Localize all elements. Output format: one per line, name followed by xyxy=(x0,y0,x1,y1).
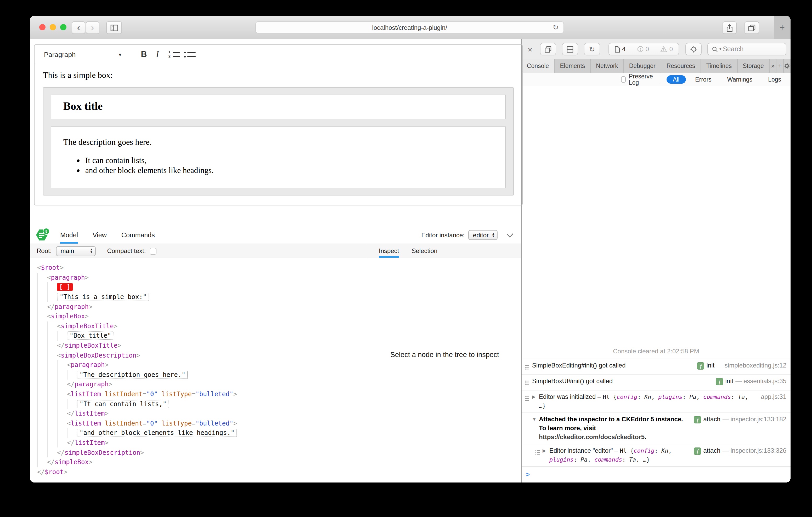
element-picker-button[interactable] xyxy=(686,43,702,55)
source-location-link[interactable]: — simpleboxediting.js:12 xyxy=(717,362,786,369)
dock-side-button[interactable] xyxy=(562,43,578,55)
bold-button[interactable]: B xyxy=(137,50,151,59)
reload-icon[interactable]: ↻ xyxy=(553,23,559,31)
disclosure-triangle-icon[interactable]: ▼ xyxy=(532,415,539,422)
simple-box-widget[interactable]: Box title The description goes here. It … xyxy=(43,87,514,195)
devtools-settings-button[interactable] xyxy=(784,59,790,73)
tree-token-br: < xyxy=(67,361,70,368)
indent-guide xyxy=(37,282,47,292)
console-prompt[interactable]: > xyxy=(522,466,790,483)
devtools-tab-debugger[interactable]: Debugger xyxy=(624,59,661,73)
model-tree-line[interactable]: </listItem> xyxy=(37,409,368,419)
description-list-item[interactable]: and other block elements like headings. xyxy=(85,165,493,175)
model-tree-line[interactable]: <listItem listIndent="0" listType="bulle… xyxy=(37,389,368,399)
model-tree-line[interactable]: "The description goes here." xyxy=(37,370,368,379)
model-tree-line[interactable]: <simpleBox> xyxy=(37,311,368,321)
node-pane-tab-inspect[interactable]: Inspect xyxy=(379,244,399,258)
error-count[interactable]: 0 xyxy=(631,45,655,53)
console-entry[interactable]: ▶Editor was initialized – Hl {config: Kn… xyxy=(522,390,790,413)
devtools-tab-timelines[interactable]: Timelines xyxy=(701,59,738,73)
devtools-tab-resources[interactable]: Resources xyxy=(661,59,701,73)
model-tree-line[interactable]: </listItem> xyxy=(37,438,368,448)
compact-text-checkbox[interactable] xyxy=(149,247,156,254)
editor-editable[interactable]: This is a simple box: Box title The desc… xyxy=(34,64,522,195)
share-button[interactable] xyxy=(723,22,737,34)
model-tree-line[interactable]: <simpleBoxDescription> xyxy=(37,351,368,360)
source-location-link[interactable]: — inspector.js:133:182 xyxy=(723,416,786,423)
model-tree-line[interactable]: [ ] xyxy=(37,282,368,292)
bulleted-list-button[interactable] xyxy=(184,51,196,58)
heading-dropdown[interactable]: Paragraph ▾ xyxy=(40,51,125,58)
inspector-tab-view[interactable]: View xyxy=(93,226,107,244)
model-tree-line[interactable]: </$root> xyxy=(37,467,368,477)
indent-guide xyxy=(57,331,67,341)
model-tree-line[interactable]: "Box title" xyxy=(37,331,368,341)
model-tree-line[interactable]: </paragraph> xyxy=(37,379,368,389)
disclosure-triangle-icon[interactable]: ▶ xyxy=(532,393,539,399)
back-button[interactable]: ‹ xyxy=(72,22,85,34)
model-tree-line[interactable]: "and other block elements like headings.… xyxy=(37,428,368,438)
devtools-tab-storage[interactable]: Storage xyxy=(737,59,770,73)
simple-box-title[interactable]: Box title xyxy=(51,95,506,119)
model-tree-line[interactable]: </simpleBoxTitle> xyxy=(37,341,368,351)
minimize-window-button[interactable] xyxy=(50,24,56,30)
model-tree-line[interactable]: <paragraph> xyxy=(37,273,368,282)
italic-button[interactable]: I xyxy=(151,49,164,60)
devtools-tab-console[interactable]: Console xyxy=(522,59,555,73)
model-tree-line[interactable]: "It can contain lists," xyxy=(37,399,368,409)
devtools-search-field[interactable]: ▾ Search xyxy=(707,43,786,55)
warning-count[interactable]: 0 xyxy=(655,45,678,53)
editor-instance-select[interactable]: editor ▲▼ xyxy=(468,230,498,240)
address-bar[interactable]: localhost/creating-a-plugin/ ↻ xyxy=(255,22,564,33)
zoom-window-button[interactable] xyxy=(60,24,66,30)
devtools-tab-elements[interactable]: Elements xyxy=(555,59,591,73)
console-entry[interactable]: SimpleBoxEditing#init() got calledfinit—… xyxy=(522,359,790,374)
devtools-tab-network[interactable]: Network xyxy=(591,59,624,73)
model-tree-line[interactable]: <$root> xyxy=(37,263,368,273)
model-tree-line[interactable]: </simpleBoxDescription> xyxy=(37,448,368,457)
filter-pill-warnings[interactable]: Warnings xyxy=(721,75,759,84)
console-entry[interactable]: ▼Attached the inspector to a CKEditor 5 … xyxy=(522,413,790,444)
inspector-tab-commands[interactable]: Commands xyxy=(121,226,155,244)
console-link[interactable]: https://ckeditor.com/docs/ckeditor5 xyxy=(539,433,645,441)
model-tree-line[interactable]: </paragraph> xyxy=(37,302,368,311)
model-tree-line[interactable]: "This is a simple box:" xyxy=(37,292,368,302)
numbered-list-button[interactable]: 1 2 xyxy=(169,51,180,58)
inspector-collapse-button[interactable] xyxy=(506,230,514,240)
forward-button[interactable]: › xyxy=(86,22,99,34)
source-location-link[interactable]: — essentials.js:35 xyxy=(735,377,786,385)
description-text[interactable]: The description goes here. xyxy=(63,138,493,147)
reload-page-button[interactable]: ↻ xyxy=(584,43,600,55)
close-devtools-button[interactable]: × xyxy=(526,45,534,54)
simple-box-description[interactable]: The description goes here. It can contai… xyxy=(51,126,506,188)
model-tree-line[interactable]: </simpleBox> xyxy=(37,457,368,467)
root-select[interactable]: main ▲▼ xyxy=(56,246,95,256)
model-tree[interactable]: <$root><paragraph>[ ]"This is a simple b… xyxy=(30,258,368,483)
console-entry[interactable]: ▶Editor instance "editor" – Hl {config: … xyxy=(522,444,790,466)
filter-pill-errors[interactable]: Errors xyxy=(689,75,718,84)
inspector-tab-model[interactable]: Model xyxy=(60,226,78,244)
detach-devtools-button[interactable] xyxy=(540,43,556,55)
show-tabs-button[interactable] xyxy=(745,22,759,34)
console-entry[interactable]: SimpleBoxUI#init() got calledfinit— esse… xyxy=(522,374,790,390)
filter-pill-all[interactable]: All xyxy=(667,75,686,84)
new-tab-button[interactable]: + xyxy=(774,16,790,39)
source-location-link[interactable]: app.js:31 xyxy=(761,393,786,400)
more-tabs-button[interactable]: » xyxy=(770,59,777,73)
close-window-button[interactable] xyxy=(39,24,46,30)
node-pane-tab-selection[interactable]: Selection xyxy=(411,244,437,258)
editor-paragraph[interactable]: This is a simple box: xyxy=(43,70,514,80)
disclosure-triangle-icon[interactable]: ▶ xyxy=(543,447,549,453)
description-list-item[interactable]: It can contain lists, xyxy=(85,155,493,165)
model-tree-line[interactable]: <paragraph> xyxy=(37,360,368,370)
model-tree-line[interactable]: <listItem listIndent="0" listType="bulle… xyxy=(37,419,368,428)
model-tree-line[interactable]: <simpleBoxTitle> xyxy=(37,321,368,331)
tree-token-br: > xyxy=(85,274,89,281)
document-count[interactable]: 4 xyxy=(609,45,631,53)
sidebar-toggle-button[interactable] xyxy=(106,22,122,34)
log-message-icon xyxy=(525,377,532,388)
add-tab-button[interactable]: + xyxy=(777,59,784,73)
source-location-link[interactable]: — inspector.js:133:326 xyxy=(723,447,786,454)
filter-pill-logs[interactable]: Logs xyxy=(762,75,787,84)
preserve-log-checkbox[interactable] xyxy=(621,76,626,83)
